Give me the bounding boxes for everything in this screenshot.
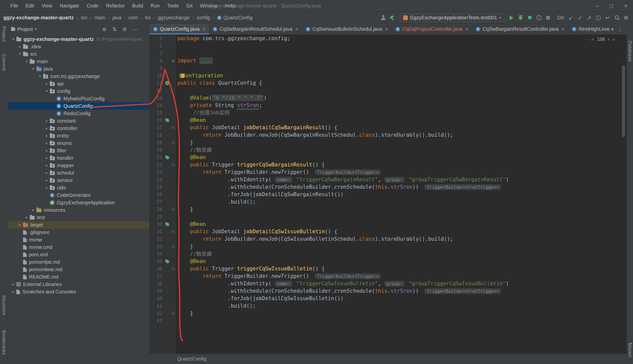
chevron-collapsed-icon[interactable]: ▸ [44,178,50,182]
tree-item-mapper[interactable]: ▸mapper [8,162,149,169]
chevron-collapsed-icon[interactable]: ▸ [44,148,50,153]
next-problem-icon[interactable]: ∨ [612,37,615,42]
menu-view[interactable]: View [38,0,56,12]
tree-item-schedul[interactable]: ▸schedul [8,169,149,176]
tree-item-utils[interactable]: ▸utils [8,184,149,192]
git-push-icon[interactable]: ↗ [586,14,593,21]
chevron-collapsed-icon[interactable]: ▸ [17,44,23,49]
tab-close-icon[interactable]: × [202,26,205,32]
tree-item-MybatisPlusConfig[interactable]: CMybatisPlusConfig [8,95,149,102]
settings-icon[interactable]: ⚙ [622,14,629,21]
hide-icon[interactable]: — [132,26,138,32]
chevron-collapsed-icon[interactable]: ▸ [24,215,30,220]
chevron-collapsed-icon[interactable]: ▸ [10,290,16,294]
tab-close-icon[interactable]: × [561,26,564,32]
tree-item-main[interactable]: ▾main [8,58,149,65]
profiler-icon[interactable] [536,14,542,21]
tree-item-config[interactable]: ▾config [8,88,149,95]
tree-item-com.trs.ggzyexchange[interactable]: ▾com.trs.ggzyexchange [8,72,149,80]
chevron-collapsed-icon[interactable]: ▸ [44,156,50,160]
fold-marker-icon[interactable] [171,230,175,233]
locate-icon[interactable]: ⊕ [101,26,107,32]
tree-item-mvnw.cmd[interactable]: mvnw.cmd [8,244,149,251]
fold-slot[interactable] [171,243,176,250]
chevron-expanded-icon[interactable]: ▾ [30,66,37,71]
tree-item-resources[interactable]: ▸resources [8,206,149,214]
bean-gutter-slot[interactable] [164,220,171,228]
bean-gutter-slot[interactable] [164,154,171,161]
bean-gutter-slot[interactable] [164,258,171,265]
git-history-icon[interactable] [595,14,602,21]
menu-tools[interactable]: Tools [163,0,182,12]
git-rollback-icon[interactable]: ↩ [604,14,611,21]
breadcrumb-item-ggzy-exchange-master-quartz[interactable]: ggzy-exchange-master-quartz [4,15,74,20]
tree-item-README.md[interactable]: README.md [8,273,149,280]
tab-CqSwBargainResultSchedul.java[interactable]: CCqSwBargainResultSchedul.java× [209,24,302,34]
chevron-expanded-icon[interactable]: ▾ [44,89,50,93]
tree-item-.gitignore[interactable]: .gitignore [8,228,149,236]
fold-marker-icon[interactable] [171,163,175,166]
tab-close-icon[interactable]: × [465,26,468,32]
stripe-bookmarks[interactable]: Bookmarks [1,330,7,355]
tree-item-api[interactable]: ▸api [8,80,149,88]
chevron-collapsed-icon[interactable]: ▸ [44,170,50,175]
breadcrumb-item-src[interactable]: src [81,15,88,20]
project-panel-title[interactable]: Project [17,26,33,32]
collapse-icon[interactable]: ⇅ [112,26,118,32]
chevron-collapsed-icon[interactable]: ▸ [44,186,50,190]
fold-slot[interactable] [171,206,176,213]
tree-item-.idea[interactable]: ▸.idea [8,43,149,50]
tree-item-pomxmljar.md[interactable]: pomxmljar.md [8,258,149,266]
chevron-collapsed-icon[interactable]: ▸ [44,141,50,145]
tree-item-handler[interactable]: ▸handler [8,154,149,162]
tree-item-src[interactable]: ▾src [8,50,149,58]
window-maximize-button[interactable]: □ [604,0,619,12]
tab-close-icon[interactable]: × [295,26,298,32]
code-editor[interactable]: 1package com.trs.ggzyexchange.config;234… [149,35,626,354]
chevron-collapsed-icon[interactable]: ▸ [17,222,23,227]
chevron-collapsed-icon[interactable]: ▸ [30,208,37,212]
tree-item-External-Libraries[interactable]: ▸External Libraries [8,280,149,288]
editor-breadcrumb[interactable]: QuartzConfig [177,356,206,362]
tree-item-service[interactable]: ▸service [8,176,149,184]
stripe-structure[interactable]: Structure [1,295,7,316]
build-hammer-icon[interactable] [389,14,396,21]
chevron-collapsed-icon[interactable]: ▸ [44,82,50,86]
tree-item-mvnw[interactable]: mvnw [8,236,149,244]
stop-icon[interactable] [545,14,552,21]
menu-build[interactable]: Build [128,0,147,12]
breadcrumb-item-java[interactable]: java [112,15,121,20]
tab-close-icon[interactable]: × [385,26,388,32]
more-vert-icon[interactable]: ⋮ [617,26,622,32]
tree-item-java[interactable]: ▾java [8,65,149,72]
tree-item-GgzyExchangeApplication[interactable]: CGgzyExchangeApplication [8,199,149,206]
breadcrumb-item-trs[interactable]: trs [145,15,150,20]
search-icon[interactable] [613,14,620,21]
tab-RestHighLeve[interactable]: CRestHighLeve [568,24,611,34]
chevron-collapsed-icon[interactable]: ▸ [44,126,50,130]
fold-marker-icon[interactable] [171,312,175,315]
window-minimize-button[interactable]: – [590,0,604,12]
fold-marker-icon[interactable] [171,126,175,129]
tab-CqGqProjectController.java[interactable]: CCqGqProjectController.java× [392,24,472,34]
tree-item-entity[interactable]: ▸entity [8,132,149,140]
chevron-expanded-icon[interactable]: ▾ [37,74,43,78]
fold-marker-icon[interactable] [171,245,175,248]
tree-item-RedisConfig[interactable]: CRedisConfig [8,110,149,117]
fold-slot[interactable] [171,228,176,235]
fold-slot[interactable] [171,161,176,168]
menu-navigate[interactable]: Navigate [56,0,83,12]
breadcrumb-item-main[interactable]: main [94,15,105,20]
menu-refactor[interactable]: Refactor [102,0,128,12]
fold-slot[interactable] [171,139,176,146]
chevron-collapsed-icon[interactable]: ▸ [44,163,50,168]
git-commit-icon[interactable]: ✓ [576,14,583,21]
chevron-down-icon[interactable]: ▾ [611,26,614,32]
stripe-commit[interactable]: Commit [1,54,7,71]
fold-slot[interactable] [171,57,176,64]
debug-icon[interactable] [517,14,524,21]
menu-file[interactable]: File [7,0,22,12]
git-update-icon[interactable]: ↙ [567,14,574,21]
prev-problem-icon[interactable]: ∧ [607,37,610,42]
tree-item-controller[interactable]: ▸controller [8,124,149,132]
